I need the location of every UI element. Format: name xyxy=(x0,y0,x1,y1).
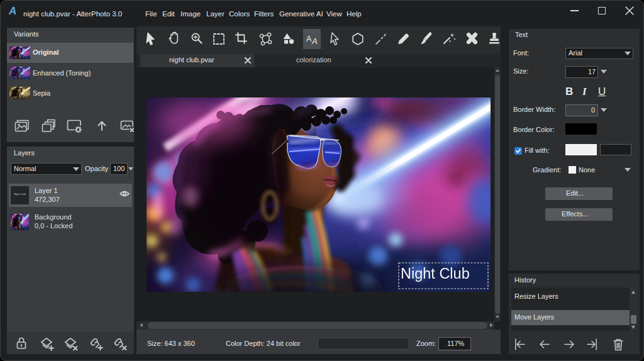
svg-text:A: A xyxy=(306,35,312,43)
svg-text:Night Club: Night Club xyxy=(401,265,470,282)
svg-text:A: A xyxy=(311,36,318,46)
